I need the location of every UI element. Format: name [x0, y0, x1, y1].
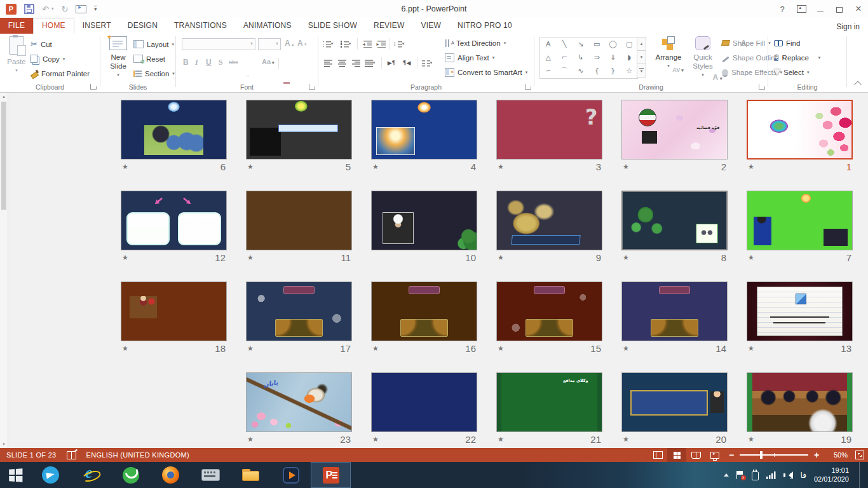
shapes-scroll-down-icon[interactable]: ▼ [637, 51, 646, 64]
undo-icon[interactable]: ↶ [42, 5, 49, 13]
shape-effects-button[interactable]: Shape Effects▾ [722, 65, 782, 79]
columns-button[interactable]: ▾ [421, 57, 433, 69]
numbering-button[interactable]: ▾ [339, 37, 352, 50]
zoom-level[interactable]: 50% [824, 451, 850, 459]
bullets-button[interactable]: ▾ [322, 37, 334, 50]
shape-pie-icon[interactable]: ◗ [627, 54, 631, 61]
font-dialog-launcher[interactable] [309, 84, 315, 90]
cut-button[interactable]: ✂Cut [31, 37, 52, 51]
arrange-button[interactable]: Arrange▾ [652, 36, 685, 85]
font-size-combo[interactable] [258, 38, 281, 50]
tray-expand-icon[interactable] [724, 473, 729, 477]
underline-button[interactable]: U [206, 58, 212, 67]
animation-indicator-star[interactable]: ★ [247, 344, 254, 353]
animation-indicator-star[interactable]: ★ [247, 435, 254, 444]
font-name-combo[interactable] [182, 38, 255, 50]
slide-7-thumbnail[interactable] [747, 191, 853, 250]
convert-to-smartart-button[interactable]: Convert to SmartArt▾ [445, 65, 527, 79]
sign-in-link[interactable]: Sign in [836, 22, 860, 31]
help-button[interactable]: ? [773, 0, 792, 18]
customize-qat-icon[interactable]: ▾ [94, 6, 97, 12]
taskbar-firefox-button[interactable] [151, 462, 191, 488]
minimize-button[interactable] [811, 0, 830, 18]
slide-21-thumbnail[interactable]: وکلای مدافع [496, 372, 602, 432]
animation-indicator-star[interactable]: ★ [498, 163, 504, 171]
left-to-right-button[interactable]: ▶¶ [385, 57, 398, 69]
save-icon[interactable] [24, 4, 34, 14]
replace-button[interactable]: abacReplace▾ [774, 51, 820, 64]
shape-right-arrow-icon[interactable]: ⇒ [594, 54, 600, 61]
slide-15-thumbnail[interactable] [496, 281, 602, 341]
slide-19-thumbnail[interactable] [747, 372, 853, 432]
new-slide-button[interactable]: New Slide▾ [103, 36, 133, 85]
animation-indicator-star[interactable]: ★ [623, 254, 629, 262]
tab-nitro-pro-10[interactable]: NITRO PRO 10 [449, 18, 520, 33]
slide-23-thumbnail[interactable]: پایان [246, 372, 352, 432]
animation-indicator-star[interactable]: ★ [122, 344, 128, 353]
tab-animations[interactable]: ANIMATIONS [235, 18, 300, 33]
align-left-button[interactable] [322, 57, 334, 69]
slide-12-thumbnail[interactable] [121, 191, 227, 250]
animation-indicator-star[interactable]: ★ [372, 435, 379, 444]
shape-elbow-arrow-connector-icon[interactable]: ↳ [578, 54, 583, 61]
text-direction-button[interactable]: Text Direction▾ [445, 36, 506, 50]
vertical-scrollbar[interactable]: ▲ ▼ [0, 93, 8, 448]
shape-left-brace-icon[interactable]: { [595, 67, 599, 74]
line-spacing-button[interactable]: ▾ [393, 37, 405, 50]
tab-view[interactable]: VIEW [413, 18, 449, 33]
slide-11-thumbnail[interactable] [246, 191, 352, 250]
clipboard-dialog-launcher[interactable] [90, 84, 96, 90]
show-desktop-button[interactable] [859, 462, 863, 488]
decrease-indent-button[interactable] [361, 37, 374, 50]
scrollbar-up-icon[interactable]: ▲ [0, 93, 8, 100]
shapes-scroll-up-icon[interactable]: ▲ [637, 37, 646, 51]
tab-home[interactable]: HOME [33, 18, 74, 34]
slide-show-button[interactable] [705, 448, 724, 462]
shape-arc-icon[interactable]: ⌒ [561, 67, 568, 74]
zoom-out-button[interactable]: − [724, 450, 738, 460]
slide-13-thumbnail[interactable] [747, 281, 853, 341]
input-language-indicator[interactable]: فا [801, 471, 806, 480]
shape-line-icon[interactable]: ╲ [562, 41, 567, 48]
taskbar-clock[interactable]: 19:01 02/01/2020 [814, 466, 849, 484]
taskbar-on-screen-keyboard-button[interactable] [191, 462, 231, 488]
format-painter-button[interactable]: Format Painter [31, 67, 90, 80]
redo-icon[interactable]: ↻ [61, 5, 68, 13]
network-signal-icon[interactable] [766, 471, 776, 479]
select-button[interactable]: Select▾ [774, 65, 809, 79]
tab-slide-show[interactable]: SLIDE SHOW [300, 18, 365, 33]
animation-indicator-star[interactable]: ★ [748, 344, 754, 353]
restore-button[interactable] [830, 0, 849, 18]
shape-text-box-icon[interactable]: A [546, 41, 551, 48]
normal-view-button[interactable] [648, 448, 667, 462]
slide-3-thumbnail[interactable]: ? [496, 100, 602, 159]
taskbar-download-manager-button[interactable] [111, 462, 151, 488]
animation-indicator-star[interactable]: ★ [498, 344, 504, 353]
slide-1-thumbnail[interactable] [747, 100, 853, 159]
paste-button[interactable]: Paste▾ [4, 36, 29, 85]
align-text-button[interactable]: Align Text▾ [445, 51, 494, 64]
powerpoint-logo-icon[interactable] [6, 4, 17, 15]
increase-indent-button[interactable] [375, 37, 388, 50]
reading-view-button[interactable] [686, 448, 705, 462]
ribbon-display-options-button[interactable] [792, 0, 811, 18]
tab-insert[interactable]: INSERT [74, 18, 119, 33]
slide-18-thumbnail[interactable] [121, 281, 227, 341]
slide-17-thumbnail[interactable] [246, 281, 352, 341]
animation-indicator-star[interactable]: ★ [122, 163, 128, 171]
justify-button[interactable]: ▾ [363, 57, 376, 69]
scrollbar-down-icon[interactable]: ▼ [0, 440, 8, 448]
start-button[interactable] [0, 462, 31, 488]
taskbar-file-explorer-button[interactable] [231, 462, 271, 488]
shape-curve-icon[interactable]: ∿ [578, 67, 583, 74]
bold-button[interactable]: B [183, 58, 189, 67]
shapes-more-icon[interactable]: ▼ [637, 64, 646, 78]
shape-elbow-connector-icon[interactable]: ⌐ [562, 54, 567, 61]
animation-indicator-star[interactable]: ★ [372, 163, 379, 171]
change-case-button[interactable]: Aa▾ [262, 58, 275, 65]
shape-star-icon[interactable]: ☆ [626, 67, 632, 74]
power-icon[interactable] [752, 471, 759, 480]
taskbar-telegram-button[interactable] [31, 462, 71, 488]
center-button[interactable] [336, 57, 348, 69]
animation-indicator-star[interactable]: ★ [623, 435, 629, 444]
